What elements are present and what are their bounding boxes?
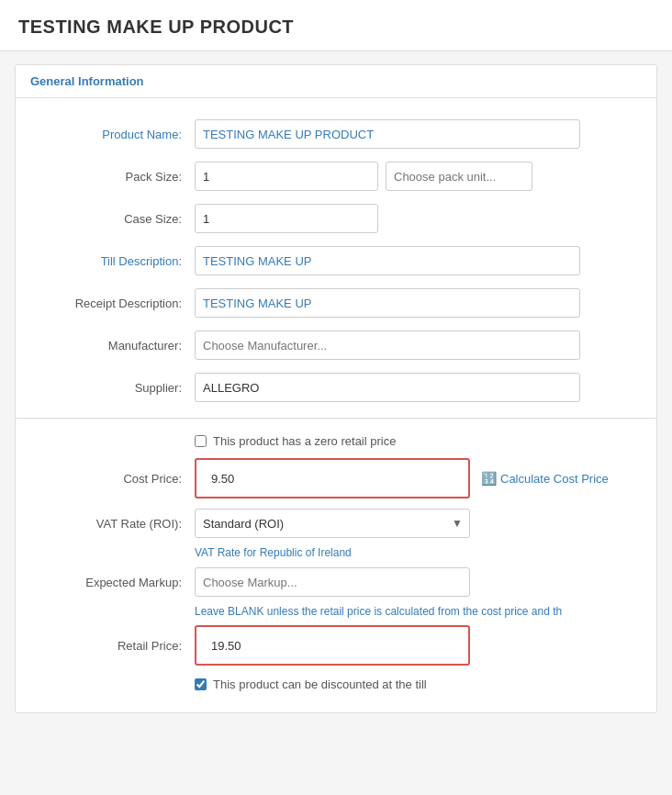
product-name-row: Product Name: (16, 113, 656, 155)
calculate-cost-price-link[interactable]: 🔢 Calculate Cost Price (481, 471, 609, 486)
retail-price-label: Retail Price: (34, 639, 195, 653)
product-name-label: Product Name: (34, 128, 195, 141)
general-info-card: General Information Product Name: Pack S… (15, 64, 657, 713)
leave-blank-text: Leave BLANK unless the retail price is c… (16, 603, 656, 620)
retail-price-row: Retail Price: (16, 620, 656, 671)
vat-rate-row: VAT Rate (ROI): Standard (ROI) ▼ (16, 502, 656, 544)
pack-size-label: Pack Size: (34, 170, 195, 184)
case-size-row: Case Size: (16, 197, 656, 240)
card-body: Product Name: Pack Size: Case Size: Till… (16, 98, 656, 712)
manufacturer-label: Manufacturer: (34, 339, 195, 353)
pack-size-input[interactable] (195, 162, 378, 191)
vat-rate-select[interactable]: Standard (ROI) (195, 509, 470, 538)
zero-retail-checkbox[interactable] (195, 435, 207, 447)
manufacturer-row: Manufacturer: (16, 324, 656, 366)
pack-size-row: Pack Size: (16, 155, 656, 197)
pack-unit-input[interactable] (386, 162, 532, 191)
can-discount-checkbox[interactable] (195, 678, 207, 690)
case-size-input[interactable] (195, 204, 378, 233)
calculate-cost-price-label: Calculate Cost Price (500, 472, 609, 486)
till-description-input[interactable] (195, 246, 580, 275)
till-description-row: Till Description: (16, 240, 656, 282)
till-description-label: Till Description: (34, 254, 195, 268)
expected-markup-row: Expected Markup: (16, 561, 656, 603)
receipt-description-row: Receipt Description: (16, 282, 656, 324)
zero-retail-label: This product has a zero retail price (213, 434, 396, 448)
page-title: TESTING MAKE UP PRODUCT (18, 17, 294, 37)
cost-price-row: Cost Price: 🔢 Calculate Cost Price (16, 454, 656, 502)
manufacturer-input[interactable] (195, 330, 580, 360)
expected-markup-input[interactable] (195, 567, 470, 597)
cost-price-highlighted-box (195, 458, 470, 498)
page-header: TESTING MAKE UP PRODUCT (0, 0, 672, 51)
cost-price-label: Cost Price: (34, 472, 195, 486)
receipt-description-label: Receipt Description: (34, 297, 195, 310)
supplier-input[interactable] (195, 373, 580, 402)
retail-price-highlighted-box (195, 625, 470, 666)
can-discount-row: This product can be discounted at the ti… (16, 671, 656, 698)
supplier-label: Supplier: (34, 381, 195, 395)
cost-price-input[interactable] (204, 464, 461, 493)
supplier-row: Supplier: (16, 366, 656, 409)
vat-select-wrapper: Standard (ROI) ▼ (195, 509, 470, 538)
vat-rate-label: VAT Rate (ROI): (34, 517, 195, 531)
receipt-description-input[interactable] (195, 288, 580, 318)
zero-retail-row: This product has a zero retail price (16, 428, 656, 454)
expected-markup-label: Expected Markup: (34, 576, 195, 589)
case-size-label: Case Size: (34, 212, 195, 226)
calculator-icon: 🔢 (481, 471, 497, 486)
vat-help-text: VAT Rate for Republic of Ireland (16, 544, 656, 561)
product-name-input[interactable] (195, 119, 580, 149)
can-discount-label: This product can be discounted at the ti… (213, 677, 427, 691)
retail-price-input[interactable] (204, 631, 461, 660)
card-header: General Information (16, 65, 656, 98)
